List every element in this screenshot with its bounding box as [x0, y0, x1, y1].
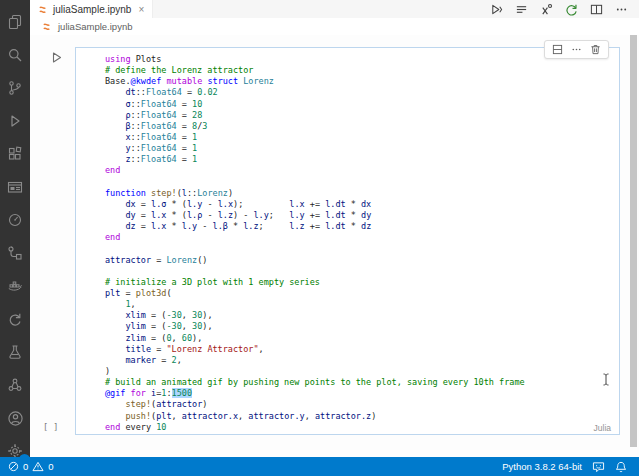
- errors-icon: [8, 461, 19, 472]
- redo-icon: [7, 311, 23, 327]
- code-line[interactable]: title = "Lorenz Attractor",: [105, 344, 615, 355]
- code-line[interactable]: # define the Lorenz attractor: [105, 65, 615, 76]
- code-line[interactable]: xlim = (-30, 30),: [105, 310, 615, 321]
- code-line[interactable]: step!(attractor): [105, 399, 615, 410]
- main-column: juliaSample.ipynb ×: [30, 0, 639, 457]
- breadcrumb[interactable]: juliaSample.ipynb: [30, 18, 639, 35]
- test-flask-icon: [7, 344, 23, 360]
- code-line[interactable]: # build an animated gif by pushing new p…: [105, 377, 615, 388]
- source-control-icon: [7, 80, 23, 96]
- code-line[interactable]: end every 10: [105, 422, 615, 433]
- run-all-button[interactable]: [489, 2, 504, 17]
- code-line[interactable]: end: [105, 165, 615, 176]
- tab-label: juliaSample.ipynb: [53, 4, 131, 15]
- activity-item-redo[interactable]: [3, 307, 27, 331]
- run-all-icon: [490, 3, 503, 16]
- run-debug-icon: [7, 113, 23, 129]
- activity-item-organization[interactable]: [3, 373, 27, 397]
- code-line[interactable]: dz = l.x * l.y - l.β * l.z; l.z += l.dt …: [105, 221, 615, 232]
- code-line[interactable]: marker = 2,: [105, 355, 615, 366]
- explorer-icon: [7, 14, 23, 30]
- code-line[interactable]: [105, 266, 615, 277]
- errors-count: 0: [23, 461, 28, 472]
- python-interpreter[interactable]: Python 3.8.2 64-bit: [502, 461, 582, 472]
- restart-kernel-icon: [565, 3, 578, 16]
- editor-actions: [489, 0, 629, 18]
- activity-bar: 1: [0, 0, 30, 457]
- activity-item-docker[interactable]: [3, 274, 27, 298]
- notebook-icon: [38, 4, 49, 15]
- activity-item-account[interactable]: [3, 406, 27, 430]
- code-line[interactable]: x::Float64 = 1: [105, 132, 615, 143]
- cell-execution-count: [ ]: [43, 422, 58, 432]
- warnings-count: 0: [48, 461, 53, 472]
- variables-icon: [540, 3, 553, 16]
- activity-item-search[interactable]: [3, 43, 27, 67]
- list-button[interactable]: [514, 2, 529, 17]
- activity-item-run-debug[interactable]: [3, 109, 27, 133]
- code-line[interactable]: dx = l.σ * (l.y - l.x); l.x += l.dt * dx: [105, 199, 615, 210]
- code-line[interactable]: end: [105, 232, 615, 243]
- code-line[interactable]: ρ::Float64 = 28: [105, 110, 615, 121]
- code-line[interactable]: y::Float64 = 1: [105, 143, 615, 154]
- activity-item-remote-window[interactable]: [3, 175, 27, 199]
- account-icon: [7, 410, 24, 427]
- code-line[interactable]: using Plots: [105, 54, 615, 65]
- feedback-icon[interactable]: [592, 461, 605, 473]
- problems-status[interactable]: 0 0: [0, 461, 54, 472]
- cell-language-label: Julia: [594, 423, 611, 433]
- notebook-cell: using Plots# define the Lorenz attractor…: [75, 47, 620, 435]
- activity-item-test-flask[interactable]: [3, 340, 27, 364]
- organization-icon: [7, 377, 23, 393]
- code-line[interactable]: 1,: [105, 299, 615, 310]
- extensions-icon: [7, 146, 23, 162]
- code-line[interactable]: zlim = (0, 60),: [105, 333, 615, 344]
- breadcrumb-label: juliaSample.ipynb: [58, 21, 132, 32]
- bell-icon[interactable]: [615, 461, 627, 473]
- tab-juliasample[interactable]: juliaSample.ipynb ×: [30, 0, 153, 18]
- activity-item-explorer[interactable]: [3, 10, 27, 34]
- text-cursor-pointer: [602, 373, 610, 386]
- code-line[interactable]: function step!(l::Lorenz): [105, 188, 615, 199]
- split-editor-button[interactable]: [589, 2, 604, 17]
- code-line[interactable]: z::Float64 = 1: [105, 154, 615, 165]
- remote-window-icon: [7, 179, 23, 195]
- code-line[interactable]: # initialize a 3D plot with 1 empty seri…: [105, 277, 615, 288]
- variables-button[interactable]: [539, 2, 554, 17]
- more-actions-icon: [615, 3, 628, 16]
- status-bar-right: Python 3.8.2 64-bit: [502, 461, 639, 473]
- notebook-icon: [42, 21, 53, 32]
- docker-icon: [7, 278, 23, 294]
- vscode-window: 1 juliaSample.ipynb ×: [0, 0, 639, 476]
- code-line[interactable]: dy = l.x * (l.ρ - l.z) - l.y; l.y += l.d…: [105, 210, 615, 221]
- editor-scrollbar[interactable]: [630, 35, 637, 447]
- code-line[interactable]: dt::Float64 = 0.02: [105, 87, 615, 98]
- code-line[interactable]: [105, 177, 615, 188]
- gauge-icon: [7, 212, 23, 228]
- more-actions-button[interactable]: [614, 2, 629, 17]
- code-line[interactable]: attractor = Lorenz(): [105, 255, 615, 266]
- code-line[interactable]: [105, 243, 615, 254]
- list-icon: [515, 3, 528, 16]
- status-bar: 0 0 Python 3.8.2 64-bit: [0, 457, 639, 476]
- warnings-icon: [32, 461, 44, 472]
- code-line[interactable]: ylim = (-30, 30),: [105, 321, 615, 332]
- code-line[interactable]: σ::Float64 = 10: [105, 99, 615, 110]
- activity-item-extensions[interactable]: [3, 142, 27, 166]
- code-line[interactable]: β::Float64 = 8/3: [105, 121, 615, 132]
- code-line[interactable]: ): [105, 366, 615, 377]
- run-cell-icon: [50, 51, 63, 64]
- code-line[interactable]: plt = plot3d(: [105, 288, 615, 299]
- search-icon: [7, 47, 23, 63]
- restart-kernel-button[interactable]: [564, 2, 579, 17]
- run-cell-button[interactable]: [50, 51, 64, 65]
- code-line[interactable]: Base.@kwdef mutable struct Lorenz: [105, 76, 615, 87]
- activity-item-pipeline[interactable]: [3, 241, 27, 265]
- activity-item-source-control[interactable]: [3, 76, 27, 100]
- code-line[interactable]: push!(plt, attractor.x, attractor.y, att…: [105, 411, 615, 422]
- tab-bar: juliaSample.ipynb ×: [30, 0, 639, 18]
- activity-item-gauge[interactable]: [3, 208, 27, 232]
- code-line[interactable]: @gif for i=1:1500: [105, 388, 615, 399]
- code-area[interactable]: using Plots# define the Lorenz attractor…: [76, 48, 619, 434]
- tab-close-icon[interactable]: ×: [138, 4, 144, 15]
